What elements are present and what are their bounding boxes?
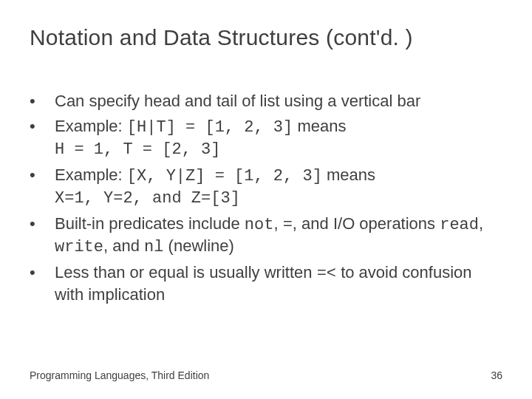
code-run: write (55, 238, 103, 256)
text-run: Less than or equal is usually written (55, 263, 317, 282)
text-run: , and (103, 236, 144, 255)
bullet-dot-icon: • (30, 262, 55, 283)
bullet-text: Can specify head and tail of list using … (55, 91, 502, 112)
text-run: means (293, 117, 346, 135)
code-run: not (245, 216, 274, 234)
list-item: • Example: [H|T] = [1, 2, 3] means H = 1… (30, 116, 502, 160)
code-run: [X, Y|Z] = [1, 2, 3] (127, 167, 322, 185)
code-run: = (283, 216, 293, 234)
text-run: Example: (55, 117, 127, 135)
text-run: , (479, 214, 483, 233)
bullet-text: Less than or equal is usually written =<… (55, 262, 502, 305)
code-run: read (440, 216, 479, 234)
bullet-list: • Can specify head and tail of list usin… (30, 91, 502, 305)
page-number: 36 (491, 369, 502, 381)
slide: Notation and Data Structures (cont'd. ) … (0, 0, 532, 399)
bullet-text: Example: [X, Y|Z] = [1, 2, 3] means X=1,… (55, 165, 502, 209)
list-item: • Can specify head and tail of list usin… (30, 91, 502, 112)
text-run: , and I/O operations (293, 214, 440, 233)
text-run: Built-in predicates include (55, 214, 245, 233)
text-run: Example: (55, 166, 127, 184)
code-run: H = 1, T = [2, 3] (55, 140, 220, 159)
bullet-text: Built-in predicates include not, =, and … (55, 214, 502, 258)
footer: Programming Languages, Third Edition 36 (30, 369, 502, 381)
list-item: • Example: [X, Y|Z] = [1, 2, 3] means X=… (30, 165, 502, 209)
text-run: , (273, 214, 282, 233)
footer-left: Programming Languages, Third Edition (30, 369, 209, 381)
text-run: means (322, 166, 375, 184)
slide-title: Notation and Data Structures (cont'd. ) (30, 25, 502, 51)
bullet-dot-icon: • (30, 165, 55, 185)
bullet-text: Example: [H|T] = [1, 2, 3] means H = 1, … (55, 116, 502, 160)
bullet-dot-icon: • (30, 116, 55, 137)
text-run: (newline) (163, 236, 233, 255)
bullet-dot-icon: • (30, 214, 55, 234)
code-run: =< (317, 265, 336, 283)
code-run: [H|T] = [1, 2, 3] (127, 118, 293, 137)
list-item: • Less than or equal is usually written … (30, 262, 502, 305)
code-run: X=1, Y=2, and Z=[3] (55, 189, 240, 208)
list-item: • Built-in predicates include not, =, an… (30, 214, 502, 258)
bullet-dot-icon: • (30, 91, 55, 112)
code-run: nl (144, 238, 163, 256)
